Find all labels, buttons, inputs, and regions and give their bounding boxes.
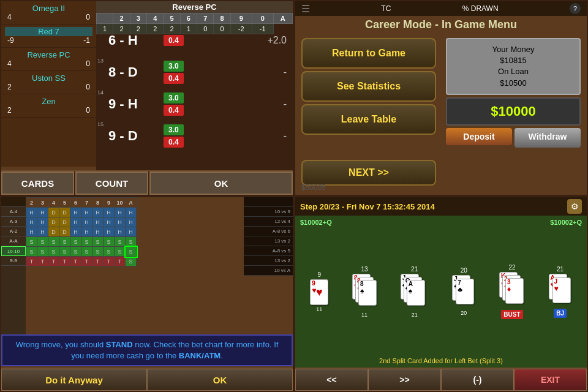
chart-row-a2: HHDDHHHHHH [26, 227, 137, 237]
strategy-reversepc[interactable]: Reverse PC 4 0 [1, 48, 96, 71]
chart-row-a3: HHDDHHHHHH [26, 217, 137, 227]
game-status: 2nd Split Card Added for Left Bet (Split… [295, 357, 587, 364]
top-left-panel: Omega II 4 0 Red 7 -9 -1 Reverse PC 4 0 … [0, 0, 294, 196]
card-jh: J ♥ [552, 277, 571, 303]
table-title: Reverse PC [96, 1, 293, 13]
hand-split2: 21 J ♠ Q ♠ A ♠ 21 [401, 266, 429, 318]
on-loan-label: On Loan [452, 66, 575, 77]
money-panel: Your Money $10815 On Loan $10500 $10000 … [446, 38, 581, 148]
ok-button-bl[interactable]: OK [147, 369, 293, 391]
balance-display: $50085 [301, 183, 326, 192]
strategy-zen[interactable]: Zen 2 0 [1, 94, 96, 118]
exit-button[interactable]: EXIT [514, 369, 587, 391]
game-table: $10002+Q $10002+Q 9 9 ♥ ♥ 11 13 8 ♦ [295, 216, 587, 368]
hand-row-0: 13 8 - D 3.0 0.4 - [96, 56, 293, 88]
card-7c: 7 ♣ [456, 279, 474, 304]
hands-area: 6 - H 0.4 +2.0 13 8 - D 3.0 0.4 - 14 9 -… [96, 24, 293, 176]
warning-text: Wrong move, you should STAND now. Check … [9, 339, 285, 361]
bottom-right-panel: Step 20/23 - Fri Nov 7 15:32:45 2014 ⚙ $… [294, 196, 588, 392]
strategy-grid: 2345678910A HHDDHHHHHH HHDDHHHHHH HHDDHH… [26, 197, 137, 266]
bottom-left-panel: A-4 A-3 A-2 A-A 10-10 9-9 2345678910A HH… [0, 196, 294, 392]
reference-table: Reverse PC 234567890A 1 2222100-2-1 6 - … [96, 1, 293, 176]
label-aa: A-A [1, 236, 26, 246]
bet-left-label: $10002+Q [300, 219, 332, 226]
money-display: $10000 [446, 97, 581, 126]
minus-button[interactable]: (-) [441, 369, 514, 391]
money-amount1: $10815 [452, 55, 575, 66]
chart-row-a4: HHDDHHHHHH [26, 208, 137, 217]
label-1010: 10-10 [1, 246, 26, 256]
warning-box: Wrong move, you should STAND now. Check … [1, 334, 293, 366]
chart-row-1010: SSSSSSSSSS [26, 247, 137, 257]
strategy-red7[interactable]: Red 7 -9 -1 [1, 24, 96, 48]
do-it-anyway-button[interactable]: Do it Anyway [1, 369, 147, 391]
menu-buttons: Return to Game See Statistics Leave Tabl… [301, 38, 436, 137]
return-to-game-button[interactable]: Return to Game [301, 38, 436, 69]
ok-button-tl[interactable]: OK [149, 172, 293, 195]
hand-split3: 20 J ♣ 7 ♣ 20 [452, 267, 475, 316]
help-button[interactable]: ? [570, 3, 581, 14]
bl-button-bar: Do it Anyway OK [1, 368, 293, 391]
tl-button-bar: CARDS COUNT OK [1, 170, 293, 195]
card-8s: 8 ♠ [358, 280, 377, 306]
next-button[interactable]: NEXT >> [301, 160, 436, 186]
label-a2: A-2 [1, 227, 26, 236]
top-right-panel: ☰ TC % DRAWN ? Career Mode - In Game Men… [294, 0, 588, 196]
settings-icon[interactable]: ⚙ [567, 199, 582, 214]
bj-badge: BJ [554, 309, 567, 318]
label-99: 9-9 [1, 256, 26, 266]
tc-label: TC [381, 4, 391, 13]
strategy-omega2[interactable]: Omega II 4 0 [1, 1, 96, 24]
money-info-box: Your Money $10815 On Loan $10500 [446, 38, 581, 95]
strategy-chart: A-4 A-3 A-2 A-A 10-10 9-9 2345678910A HH… [1, 197, 293, 342]
label-a3: A-3 [1, 217, 26, 227]
game-header: Step 20/23 - Fri Nov 7 15:32:45 2014 ⚙ [295, 197, 587, 216]
card-3d: 3 ♦ [505, 278, 524, 304]
strategy-list: Omega II 4 0 Red 7 -9 -1 Reverse PC 4 0 … [1, 1, 96, 167]
withdraw-button[interactable]: Withdraw [514, 128, 581, 148]
leave-table-button[interactable]: Leave Table [301, 104, 436, 135]
chart-right-tips: 16 vs 9 12 vs 4 A-8 vs 6 13 vs 2 A-8 vs … [244, 197, 293, 276]
chart-row-labels: A-4 A-3 A-2 A-A 10-10 9-9 [1, 197, 26, 342]
top-bar: ☰ TC % DRAWN ? [295, 1, 587, 16]
hand-bj: 21 A ♥ J ♥ BJ [549, 266, 572, 318]
prev-button[interactable]: << [295, 369, 368, 391]
hand-dealer: 9 9 ♥ ♥ 11 [310, 271, 328, 312]
chart-row-99: TTTTTTTTTS [26, 257, 137, 266]
cards-button[interactable]: CARDS [1, 172, 74, 195]
step-label: Step 20/23 - Fri Nov 7 15:32:45 2014 [300, 202, 435, 211]
see-statistics-button[interactable]: See Statistics [301, 71, 436, 102]
deposit-button[interactable]: Deposit [446, 128, 512, 145]
label-a4: A-4 [1, 207, 26, 217]
bust-badge: BUST [501, 310, 522, 319]
strategy-uston[interactable]: Uston SS 2 0 [1, 71, 96, 94]
bet-right-label: $10002+Q [550, 219, 582, 226]
hand-row-prev: 6 - H 0.4 +2.0 [96, 24, 293, 56]
percent-drawn-label: % DRAWN [462, 4, 499, 13]
count-button[interactable]: COUNT [75, 172, 148, 195]
hand-split1: 13 8 ♦ 8 ♦ 8 ♠ 11 [352, 266, 377, 318]
chart-row-aa: SSSSSSSSSS [26, 237, 137, 247]
hand-row-2: 15 9 - D 3.0 0.4 - [96, 120, 293, 152]
your-money-label: Your Money [452, 44, 575, 55]
hand-bust: 22 K ♦ 2 ♦ 3 ♦ BUST [499, 264, 525, 319]
card-9h: 9 ♥ ♥ [310, 279, 328, 305]
cards-area: 9 9 ♥ ♥ 11 13 8 ♦ 8 ♦ [295, 228, 587, 355]
br-button-bar: << >> (-) EXIT [295, 368, 587, 391]
hand-row-1: 14 9 - H 3.0 0.4 - [96, 88, 293, 120]
next-button-br[interactable]: >> [368, 369, 441, 391]
card-as: A ♠ [407, 280, 425, 306]
career-mode-title: Career Mode - In Game Menu [295, 18, 587, 31]
menu-icon[interactable]: ☰ [301, 3, 310, 15]
loan-amount: $10500 [452, 78, 575, 89]
